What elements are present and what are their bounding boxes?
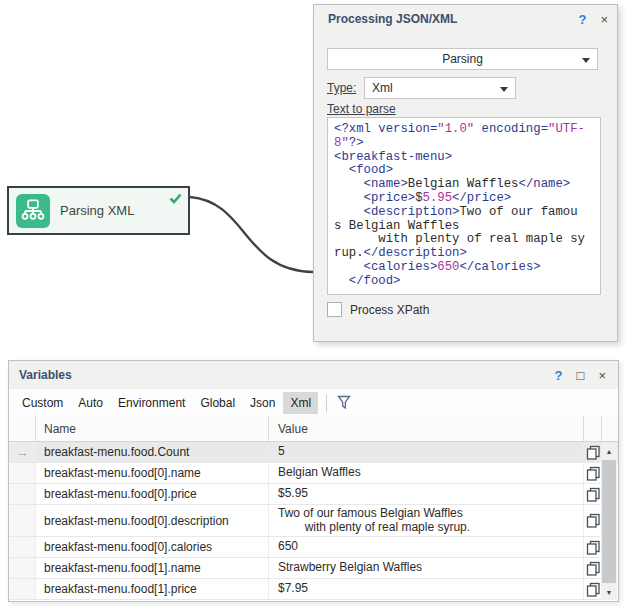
scrollbar-thumb[interactable] (602, 460, 616, 583)
help-icon[interactable]: ? (578, 13, 586, 26)
row-indicator-cell (9, 463, 36, 483)
variables-title: Variables (19, 368, 541, 382)
copy-button[interactable] (584, 484, 602, 504)
code-line: 8"?> (334, 137, 594, 151)
node-parsing-xml[interactable]: Parsing XML (7, 186, 190, 235)
text-to-parse-label: Text to parse (327, 102, 396, 116)
dialog-header: Processing JSON/XML ? × (314, 5, 617, 33)
tab-json[interactable]: Json (243, 392, 282, 414)
copy-button[interactable] (584, 442, 602, 462)
tab-auto[interactable]: Auto (71, 392, 110, 414)
variable-name: breakfast-menu.food[0].price (36, 484, 269, 504)
code-line: rup.</description> (334, 247, 594, 261)
variable-name: breakfast-menu.food[0].name (36, 463, 269, 483)
table-row[interactable]: breakfast-menu.food[0].nameBelgian Waffl… (9, 463, 618, 484)
code-line: <breakfast-menu> (334, 151, 594, 165)
code-line: <description>Two of our famou (334, 206, 594, 220)
variable-value: Strawberry Belgian Waffles (269, 558, 584, 578)
table-row[interactable]: breakfast-menu.food[0].descriptionTwo of… (9, 505, 618, 537)
variables-rows: →breakfast-menu.food.Count5 breakfast-me… (9, 442, 618, 600)
tabs-separator (326, 394, 327, 412)
type-dropdown-value: Xml (372, 81, 393, 95)
scroll-up-icon[interactable]: ▲ (601, 443, 617, 459)
chevron-down-icon (500, 87, 508, 92)
tab-environment[interactable]: Environment (111, 392, 192, 414)
sitemap-icon (16, 194, 50, 228)
type-label: Type: (327, 81, 356, 95)
gutter-header (9, 416, 36, 441)
current-row-arrow-icon: → (16, 446, 29, 459)
row-indicator-cell (9, 579, 36, 599)
tab-custom[interactable]: Custom (15, 392, 70, 414)
copy-icon (586, 487, 601, 502)
success-check-icon (169, 190, 182, 208)
variables-header: Variables ? □ × (9, 361, 618, 389)
code-line: <name>Belgian Waffles</name> (334, 178, 594, 192)
copy-icon (586, 561, 601, 576)
variable-value: $7.95 (269, 579, 584, 599)
copy-icon (586, 540, 601, 555)
copy-icon (586, 513, 601, 528)
copy-icon (586, 445, 601, 460)
action-dropdown[interactable]: Parsing (327, 48, 598, 70)
copy-button[interactable] (584, 537, 602, 557)
code-line: <price>$5.95</price> (334, 192, 594, 206)
scroll-down-icon[interactable]: ▼ (601, 584, 617, 600)
filter-funnel-icon[interactable] (336, 394, 352, 411)
variable-name: breakfast-menu.food[0].calories (36, 537, 269, 557)
process-xpath-label: Process XPath (350, 303, 429, 317)
dialog-title: Processing JSON/XML (328, 12, 564, 26)
close-icon[interactable]: × (598, 369, 606, 382)
code-line: <?xml version="1.0" encoding="UTF- (334, 123, 594, 137)
code-line: <food> (334, 164, 594, 178)
variable-value: Two of our famous Belgian Waffles with p… (269, 505, 584, 536)
copy-icon (586, 466, 601, 481)
vertical-scrollbar[interactable]: ▲ ▼ (601, 443, 617, 600)
copy-button[interactable] (584, 579, 602, 599)
maximize-icon[interactable]: □ (577, 369, 585, 382)
process-xpath-row: Process XPath (327, 302, 429, 317)
variable-name: breakfast-menu.food[1].name (36, 558, 269, 578)
copy-icon (586, 582, 601, 597)
copy-button[interactable] (584, 463, 602, 483)
code-line: s Belgian Waffles (334, 220, 594, 234)
table-row[interactable]: breakfast-menu.food[0].calories650 (9, 537, 618, 558)
row-indicator-cell: → (9, 442, 36, 462)
variables-panel: Variables ? □ × CustomAutoEnvironmentGlo… (8, 360, 619, 602)
node-label: Parsing XML (60, 203, 134, 218)
process-xpath-checkbox[interactable] (327, 302, 342, 317)
variable-name: breakfast-menu.food.Count (36, 442, 269, 462)
table-row[interactable]: →breakfast-menu.food.Count5 (9, 442, 618, 463)
variables-grid: Name Value →breakfast-menu.food.Count5 b… (9, 416, 618, 601)
table-row[interactable]: breakfast-menu.food[0].price$5.95 (9, 484, 618, 505)
row-indicator-cell (9, 484, 36, 504)
type-dropdown[interactable]: Xml (364, 77, 516, 99)
row-indicator-cell (9, 558, 36, 578)
variable-value: 650 (269, 537, 584, 557)
variable-value: 5 (269, 442, 584, 462)
grid-header-row: Name Value (9, 416, 618, 442)
table-row[interactable]: breakfast-menu.food[1].price$7.95 (9, 579, 618, 600)
copy-button[interactable] (584, 505, 602, 536)
row-indicator-cell (9, 537, 36, 557)
tab-xml[interactable]: Xml (283, 392, 318, 414)
name-column-header[interactable]: Name (36, 416, 269, 441)
copy-button[interactable] (584, 558, 602, 578)
variable-value: $5.95 (269, 484, 584, 504)
code-line: <calories>650</calories> (334, 261, 594, 275)
text-to-parse-editor[interactable]: <?xml version="1.0" encoding="UTF-8"?><b… (327, 117, 601, 295)
tab-global[interactable]: Global (193, 392, 242, 414)
variable-name: breakfast-menu.food[1].price (36, 579, 269, 599)
help-icon[interactable]: ? (555, 369, 563, 382)
code-line: </food> (334, 275, 594, 289)
code-line: with plenty of real maple sy (334, 233, 594, 247)
chevron-down-icon (582, 58, 590, 63)
action-dropdown-value: Parsing (442, 52, 483, 66)
variables-tabs: CustomAutoEnvironmentGlobalJsonXml (9, 389, 618, 416)
close-icon[interactable]: × (600, 13, 608, 26)
processing-json-xml-dialog: Processing JSON/XML ? × Parsing Type: Xm… (313, 4, 618, 342)
row-indicator-cell (9, 505, 36, 536)
value-column-header[interactable]: Value (269, 416, 584, 441)
table-row[interactable]: breakfast-menu.food[1].nameStrawberry Be… (9, 558, 618, 579)
variable-name: breakfast-menu.food[0].description (36, 505, 269, 536)
